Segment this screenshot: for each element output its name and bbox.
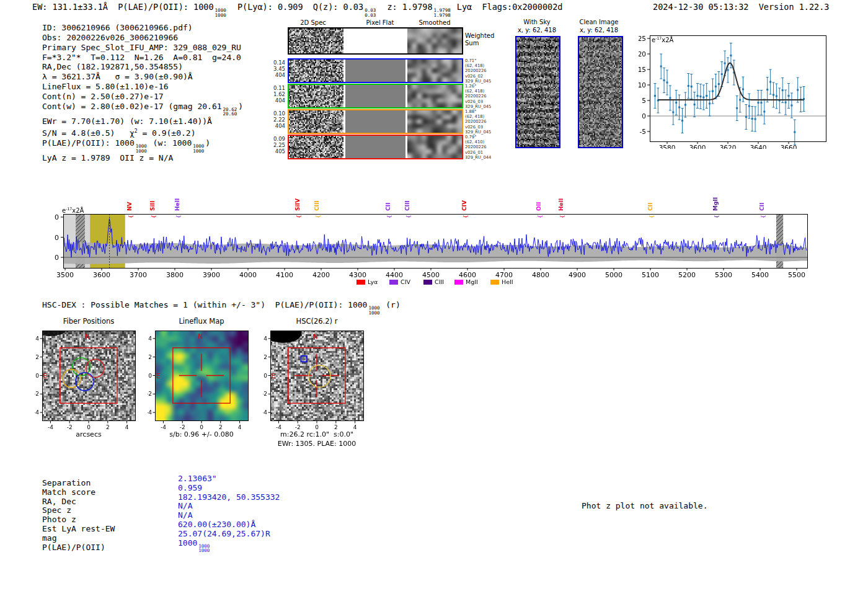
right-label-line: 329_RU_045 bbox=[465, 130, 491, 135]
col-header-2d-spec: 2D Spec bbox=[300, 19, 326, 26]
stacked-fraction: 10001000 bbox=[198, 544, 210, 553]
col-header-pixel-flat: Pixel Flat bbox=[366, 19, 394, 26]
info-line: Obs: 20200226v026_3006210966 bbox=[42, 33, 243, 43]
right-label-line: 329_RU_045 bbox=[465, 104, 491, 109]
match-table-label: Spec z bbox=[42, 505, 115, 515]
hsc-caption-1: m:26.2 rc:1.0" s:0.0" bbox=[280, 430, 353, 438]
left-label-line: 404 bbox=[268, 72, 285, 78]
left-label-line: 1.62 bbox=[268, 91, 285, 97]
info-line: EWr = 7.70(±1.70) (w: 7.10(±1.40))Å bbox=[42, 117, 243, 127]
right-label-line: 329_RU_045 bbox=[465, 79, 491, 84]
right-label-line: v026_02 bbox=[465, 74, 491, 79]
spec2d-row-3-strip bbox=[288, 109, 463, 134]
spec2d-row-2-strip bbox=[288, 84, 463, 109]
stacked-fraction: 20.6220.60 bbox=[223, 107, 237, 117]
left-label-line: 2.22 bbox=[268, 117, 285, 123]
info-line: ID: 3006210966 (3006210966.pdf) bbox=[42, 23, 243, 33]
hsc-cutout-panel bbox=[263, 325, 371, 443]
weighted-sum-strip-canvas bbox=[289, 29, 462, 53]
left-label-line: 405 bbox=[268, 148, 285, 154]
spec2d-row-4-left-label: 0.092.25405 bbox=[268, 136, 285, 154]
fiber-xlabel: arcsecs bbox=[76, 430, 101, 438]
legend-swatch bbox=[389, 280, 398, 285]
full-spectrum-plot: e-17x2Å NV{SiII{HeII{SiIV{CIII{CII{CIII{… bbox=[55, 192, 823, 295]
fiber-positions-canvas bbox=[35, 325, 143, 443]
fiber-positions-panel bbox=[35, 325, 143, 443]
right-label-line: 20200226 bbox=[465, 94, 491, 99]
left-label-line: 0.10 bbox=[268, 110, 285, 117]
legend-item-3: MgII bbox=[454, 278, 478, 285]
full-spectrum-canvas bbox=[55, 192, 817, 291]
match-table-label: RA, Dec bbox=[42, 497, 115, 506]
stacked-fraction: 10001000 bbox=[368, 306, 379, 315]
legend-swatch bbox=[423, 280, 432, 285]
stacked-fraction: 10001000 bbox=[193, 144, 204, 153]
spec2d-row-4-strip-canvas bbox=[289, 136, 462, 158]
right-label-line: 329_RU_044 bbox=[465, 155, 491, 160]
detection-info-block: ID: 3006210966 (3006210966.pdf)Obs: 2020… bbox=[42, 23, 243, 163]
left-label-line: 404 bbox=[268, 97, 285, 104]
legend-item-4: HeII bbox=[490, 278, 513, 285]
spec2d-row-1-strip-canvas bbox=[289, 60, 462, 82]
info-line: LineFlux = 5.80(±1.10)e-16 bbox=[42, 82, 243, 92]
line-fit-plot: e-17x2Å bbox=[639, 28, 837, 149]
right-label-line: (62, 418) bbox=[465, 114, 491, 119]
spec2d-row-1-left-label: 0.143.45404 bbox=[268, 60, 285, 78]
legend-label: Lyα bbox=[368, 278, 378, 285]
lineflux-caption: s/b: 0.96 +/- 0.080 bbox=[169, 430, 234, 438]
with-sky-coords: x, y: 62, 418 bbox=[518, 27, 556, 33]
legend-swatch bbox=[490, 280, 499, 285]
spec2d-row-2-right-label: 1.26"(62, 418)20200226v026_03329_RU_045 bbox=[465, 84, 491, 109]
timestamp-version: 2024-12-30 05:13:32 Version 1.22.3 bbox=[653, 2, 829, 12]
info-line: RA,Dec (182.192871,50.354855) bbox=[42, 62, 243, 72]
right-label-line: 20200226 bbox=[465, 119, 491, 124]
phot-z-note: Phot z plot not available. bbox=[582, 501, 708, 510]
line-fit-canvas bbox=[639, 28, 837, 149]
right-label-line: 0.79" bbox=[465, 135, 491, 140]
right-label-line: 0.71" bbox=[465, 58, 491, 63]
weighted-sum-label: WeightedSum bbox=[465, 32, 494, 47]
clean-image-canvas bbox=[579, 37, 622, 147]
legend-item-0: Lyα bbox=[356, 278, 378, 285]
info-line: Cont(w) = 2.80(±0.02)e-17 (gmag 20.6120.… bbox=[42, 102, 243, 117]
match-table-labels: SeparationMatch scoreRA, DecSpec zPhoto … bbox=[42, 478, 115, 551]
hsc-cutout-canvas bbox=[263, 325, 371, 443]
legend-swatch bbox=[454, 280, 463, 285]
clean-image-panel bbox=[578, 36, 623, 148]
elixer-report-page: EW: 131.1±33.1Å P(LAE)/P(OII): 100010001… bbox=[0, 0, 868, 591]
legend-item-2: CIII bbox=[423, 278, 444, 285]
info-line: λ = 3621.37Å σ = 3.90(±0.90)Å bbox=[42, 72, 243, 82]
match-table-label: mag bbox=[42, 533, 115, 543]
legend-label: CIV bbox=[401, 278, 410, 285]
match-table-value: 182.193420, 50.355332 bbox=[178, 492, 280, 502]
weighted-sum-label-line: Weighted bbox=[465, 32, 494, 40]
match-table-label: Match score bbox=[42, 487, 115, 497]
legend-label: MgII bbox=[466, 278, 478, 285]
spec2d-row-2-left-label: 0.111.62404 bbox=[268, 85, 285, 104]
hsc-dex-match-line: HSC-DEX : Possible Matches = 1 (within +… bbox=[42, 300, 401, 315]
match-table-value: N/A bbox=[178, 501, 280, 510]
clean-image-coords: x, y: 62, 418 bbox=[580, 27, 618, 33]
right-label-line: 1.88" bbox=[465, 109, 491, 114]
legend-swatch bbox=[356, 280, 365, 285]
info-line: P(LAE)/P(OII): 100010001000 (w: 10001000… bbox=[42, 138, 243, 153]
info-line: F=*3.2"* T=0.112 N=1.26 A=0.81 g=24.0 bbox=[42, 53, 243, 63]
left-label-line: 0.11 bbox=[268, 85, 285, 91]
spec2d-row-2-strip-canvas bbox=[289, 85, 462, 107]
spec2d-row-4-right-label: 0.79"(62, 410)20200226v026_01329_RU_044 bbox=[465, 135, 491, 160]
summary-header: EW: 131.1±33.1Å P(LAE)/P(OII): 100010001… bbox=[32, 2, 563, 17]
with-sky-panel bbox=[515, 36, 560, 148]
legend-label: CIII bbox=[435, 278, 444, 285]
match-table-label: Photo z bbox=[42, 515, 115, 524]
match-table-value: 100010001000 bbox=[178, 538, 280, 548]
weighted-sum-strip bbox=[288, 27, 463, 55]
lineflux-map-canvas bbox=[148, 325, 256, 443]
clean-image-title: Clean Image bbox=[580, 19, 619, 25]
left-label-line: 0.09 bbox=[268, 136, 285, 142]
match-table-value: N/A bbox=[178, 510, 280, 520]
right-label-line: v026_03 bbox=[465, 125, 491, 130]
spec2d-row-1-strip bbox=[288, 58, 463, 83]
match-table-value: 0.959 bbox=[178, 483, 280, 492]
hsc-caption-2: EWr: 1305. PLAE: 1000 bbox=[278, 440, 356, 448]
left-label-line: 404 bbox=[268, 123, 285, 129]
